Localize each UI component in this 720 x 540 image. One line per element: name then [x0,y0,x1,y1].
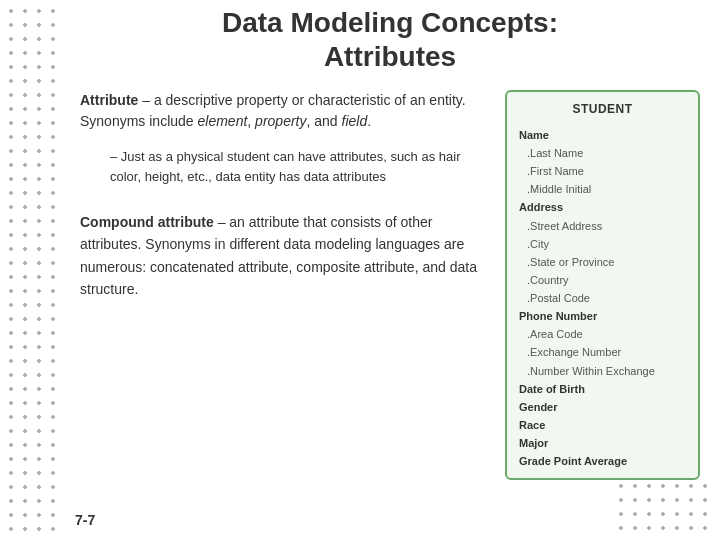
attribute-italic3: field [342,113,368,129]
decorative-dots-left [0,0,60,540]
attribute-italic2: property [255,113,306,129]
student-item: .Number Within Exchange [527,362,686,380]
and-text: , and [306,113,341,129]
comma1: , [247,113,255,129]
student-item: Address [519,198,686,216]
attribute-intro-paragraph: Attribute – a descriptive property or ch… [80,90,485,132]
diagram-column: STUDENT Name.Last Name.First Name.Middle… [505,90,700,490]
student-item: Grade Point Average [519,452,686,470]
main-content: Attribute – a descriptive property or ch… [60,80,720,500]
student-item: .Street Address [527,217,686,235]
header: Data Modeling Concepts: Attributes [60,0,720,80]
student-item: .City [527,235,686,253]
student-item: .Country [527,271,686,289]
student-items-list: Name.Last Name.First Name.Middle Initial… [519,126,686,471]
slide-number: 7-7 [75,512,95,528]
slide-title: Data Modeling Concepts: Attributes [222,6,558,73]
compound-bold: Compound attribute [80,214,214,230]
period: . [367,113,371,129]
title-line2: Attributes [324,41,456,72]
student-item: .Postal Code [527,289,686,307]
student-item: Date of Birth [519,380,686,398]
student-item: .Area Code [527,325,686,343]
student-item: .State or Province [527,253,686,271]
student-item: Gender [519,398,686,416]
student-box: STUDENT Name.Last Name.First Name.Middle… [505,90,700,480]
title-line1: Data Modeling Concepts: [222,7,558,38]
attribute-bold: Attribute [80,92,142,108]
bullet-point: Just as a physical student can have attr… [100,147,485,186]
student-item: Race [519,416,686,434]
attribute-italic1: element [198,113,248,129]
student-item: .Exchange Number [527,343,686,361]
footer: 7-7 [60,500,720,540]
student-item: Name [519,126,686,144]
bullet-text: Just as a physical student can have attr… [110,149,460,184]
student-item: .Last Name [527,144,686,162]
text-column: Attribute – a descriptive property or ch… [80,90,485,490]
student-box-title: STUDENT [519,100,686,120]
student-item: Major [519,434,686,452]
student-item: Phone Number [519,307,686,325]
compound-section: Compound attribute – an attribute that c… [80,211,485,301]
student-item: .Middle Initial [527,180,686,198]
student-item: .First Name [527,162,686,180]
